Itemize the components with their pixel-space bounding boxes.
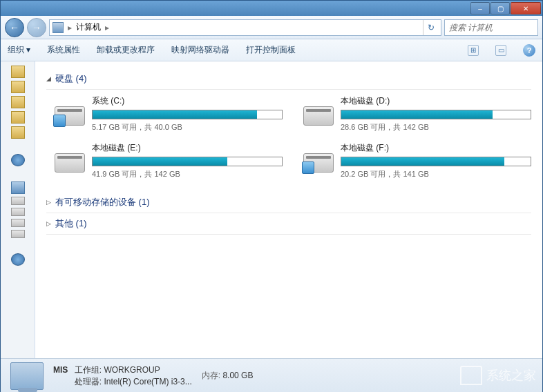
cpu-label: 处理器: bbox=[75, 377, 102, 386]
sidebar-item[interactable] bbox=[11, 96, 25, 108]
drive-icon bbox=[55, 142, 85, 173]
uninstall-programs-button[interactable]: 卸载或更改程序 bbox=[97, 44, 155, 56]
address-bar[interactable]: ▸ 计算机 ▸ ↻ bbox=[49, 19, 441, 36]
drive-name: 系统 (C:) bbox=[92, 95, 283, 107]
triangle-collapsed-icon: ▷ bbox=[46, 220, 51, 227]
refresh-icon[interactable]: ↻ bbox=[423, 20, 438, 35]
drive-usage-bar bbox=[92, 157, 283, 166]
minimize-button[interactable]: – bbox=[470, 2, 490, 14]
drive-item[interactable]: 本地磁盘 (F:)20.2 GB 可用，共 141 GB bbox=[303, 142, 531, 179]
drive-name: 本地磁盘 (E:) bbox=[92, 142, 283, 154]
search-input[interactable] bbox=[444, 19, 538, 36]
drive-item[interactable]: 本地磁盘 (D:)28.6 GB 可用，共 142 GB bbox=[303, 95, 531, 133]
sidebar-network-icon[interactable] bbox=[11, 154, 25, 166]
triangle-expanded-icon: ◢ bbox=[46, 75, 51, 82]
sidebar-drive-icon[interactable] bbox=[11, 230, 25, 238]
section-label: 硬盘 (4) bbox=[55, 72, 87, 85]
drive-name: 本地磁盘 (D:) bbox=[341, 95, 531, 107]
sidebar-computer-icon[interactable] bbox=[11, 182, 25, 194]
drive-free-space: 20.2 GB 可用，共 141 GB bbox=[341, 169, 531, 179]
computer-name: MIS bbox=[53, 365, 68, 375]
navigation-sidebar bbox=[1, 61, 35, 358]
drive-icon bbox=[55, 95, 85, 126]
drive-badge-icon bbox=[53, 115, 66, 127]
nav-forward-button[interactable]: → bbox=[27, 18, 46, 37]
drive-name: 本地磁盘 (F:) bbox=[341, 142, 531, 154]
details-pane: MIS 工作组: WORKGROUP MIS 处理器: Intel(R) Cor… bbox=[1, 358, 542, 392]
computer-icon bbox=[53, 22, 64, 33]
drive-item[interactable]: 系统 (C:)5.17 GB 可用，共 40.0 GB bbox=[55, 95, 283, 133]
drive-item[interactable]: 本地磁盘 (E:)41.9 GB 可用，共 142 GB bbox=[55, 142, 283, 179]
section-removable[interactable]: ▷ 有可移动存储的设备 (1) bbox=[46, 192, 531, 213]
path-sep-icon: ▸ bbox=[68, 23, 72, 32]
drive-icon bbox=[303, 142, 334, 173]
drive-badge-icon bbox=[302, 161, 314, 174]
workgroup-value: WORKGROUP bbox=[104, 365, 160, 375]
drive-free-space: 41.9 GB 可用，共 142 GB bbox=[92, 169, 283, 179]
section-other[interactable]: ▷ 其他 (1) bbox=[46, 213, 531, 235]
sidebar-item[interactable] bbox=[11, 126, 25, 139]
help-icon[interactable]: ? bbox=[523, 44, 535, 57]
organize-menu[interactable]: 组织 ▾ bbox=[8, 44, 30, 56]
view-mode-icon[interactable]: ⊞ bbox=[468, 45, 479, 56]
maximize-button[interactable]: ▢ bbox=[490, 2, 510, 14]
section-hard-drives[interactable]: ◢ 硬盘 (4) bbox=[46, 68, 531, 90]
preview-pane-icon[interactable]: ▭ bbox=[495, 45, 506, 56]
drive-free-space: 5.17 GB 可用，共 40.0 GB bbox=[92, 122, 283, 133]
memory-label: 内存: bbox=[202, 371, 220, 380]
drive-icon bbox=[303, 95, 334, 126]
nav-back-button[interactable]: ← bbox=[5, 18, 24, 37]
sidebar-drive-icon[interactable] bbox=[11, 208, 25, 216]
drive-free-space: 28.6 GB 可用，共 142 GB bbox=[341, 122, 531, 133]
system-properties-button[interactable]: 系统属性 bbox=[47, 44, 80, 56]
drive-usage-bar bbox=[341, 110, 531, 119]
cpu-value: Intel(R) Core(TM) i3-3... bbox=[104, 377, 191, 386]
sidebar-favorites-icon[interactable] bbox=[11, 66, 25, 78]
computer-large-icon bbox=[10, 362, 44, 390]
map-network-drive-button[interactable]: 映射网络驱动器 bbox=[171, 44, 229, 56]
sidebar-drive-icon[interactable] bbox=[11, 197, 25, 205]
close-button[interactable]: ✕ bbox=[511, 2, 541, 14]
main-content: ◢ 硬盘 (4) 系统 (C:)5.17 GB 可用，共 40.0 GB本地磁盘… bbox=[35, 61, 542, 358]
address-path: 计算机 bbox=[76, 21, 101, 33]
sidebar-drive-icon[interactable] bbox=[11, 219, 25, 227]
triangle-collapsed-icon: ▷ bbox=[46, 199, 51, 206]
sidebar-network-icon[interactable] bbox=[11, 253, 25, 266]
section-label: 其他 (1) bbox=[55, 217, 87, 230]
drive-usage-bar bbox=[92, 110, 283, 119]
workgroup-label: 工作组: bbox=[75, 365, 102, 375]
open-control-panel-button[interactable]: 打开控制面板 bbox=[246, 44, 296, 56]
path-sep-icon: ▸ bbox=[105, 23, 109, 32]
sidebar-item[interactable] bbox=[11, 81, 25, 93]
memory-value: 8.00 GB bbox=[222, 371, 253, 380]
sidebar-item[interactable] bbox=[11, 111, 25, 124]
drive-usage-bar bbox=[341, 157, 531, 166]
section-label: 有可移动存储的设备 (1) bbox=[55, 196, 150, 208]
